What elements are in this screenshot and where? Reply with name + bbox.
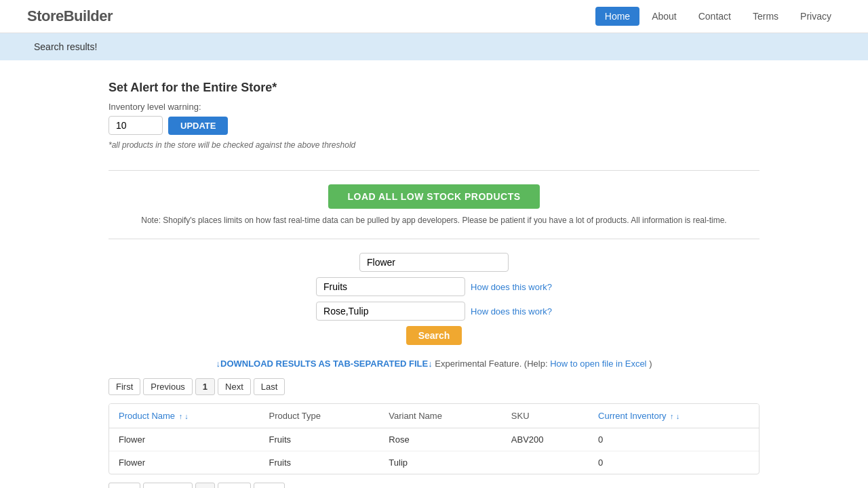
update-button[interactable]: UPDATE [168, 117, 228, 135]
col-current-inventory[interactable]: Current Inventory ↑ ↓ [589, 404, 759, 428]
table-cell-sku: ABV200 [502, 428, 589, 451]
pagination-top: First Previous 1 Next Last [108, 378, 760, 395]
pagination-bottom: First Previous 1 Next Last [108, 483, 760, 488]
col-variant-name: Variant Name [379, 404, 501, 428]
col-product-type: Product Type [260, 404, 380, 428]
search-row-2: How does this work? [316, 277, 552, 296]
load-low-stock-button[interactable]: LOAD ALL LOW STOCK PRODUCTS [328, 184, 539, 209]
download-note-end: ) [649, 359, 652, 369]
table-cell-inventory: 0 [589, 428, 759, 451]
search-product-type-input[interactable] [316, 277, 465, 296]
search-results-banner: Search results! [0, 33, 868, 60]
search-row-3: How does this work? [316, 302, 552, 321]
table-cell-variant_name: Tulip [379, 451, 501, 474]
download-section: ↓DOWNLOAD RESULTS AS TAB-SEPARATED FILE↓… [108, 359, 760, 369]
first-page-button-bottom[interactable]: First [108, 483, 140, 488]
previous-page-button-bottom[interactable]: Previous [143, 483, 193, 488]
nav-privacy[interactable]: Privacy [791, 7, 841, 26]
search-row-1 [359, 253, 509, 272]
inventory-table-container: Product Name ↑ ↓ Product Type Variant Na… [108, 403, 760, 474]
how-does-this-work-link-1[interactable]: How does this work? [471, 282, 552, 292]
nav-about[interactable]: About [642, 7, 686, 26]
how-to-open-excel-link[interactable]: How to open file in Excel [550, 359, 646, 369]
last-page-button-top[interactable]: Last [254, 378, 285, 395]
table-cell-variant_name: Rose [379, 428, 501, 451]
nav-links: Home About Contact Terms Privacy [595, 7, 841, 26]
table-row: FlowerFruitsTulip0 [109, 451, 759, 474]
search-button[interactable]: Search [406, 326, 462, 345]
navbar: StoreBuilder Home About Contact Terms Pr… [0, 0, 868, 33]
nav-contact[interactable]: Contact [689, 7, 741, 26]
table-cell-inventory: 0 [589, 451, 759, 474]
load-note: Note: Shopify's places limits on how fas… [108, 216, 760, 225]
col-sku: SKU [502, 404, 589, 428]
download-tsv-link[interactable]: ↓DOWNLOAD RESULTS AS TAB-SEPARATED FILE↓ [216, 359, 433, 369]
search-button-row: Search [406, 326, 462, 345]
col-product-name[interactable]: Product Name ↑ ↓ [109, 404, 260, 428]
divider-2 [108, 239, 760, 239]
table-cell-product_type: Fruits [260, 428, 380, 451]
nav-home[interactable]: Home [595, 7, 639, 26]
sort-arrows-inventory: ↑ ↓ [670, 412, 679, 420]
alert-section: Set Alert for the Entire Store* Inventor… [108, 81, 760, 150]
nav-terms[interactable]: Terms [743, 7, 788, 26]
table-header-row: Product Name ↑ ↓ Product Type Variant Na… [109, 404, 759, 428]
divider-1 [108, 170, 760, 171]
current-page-bottom[interactable]: 1 [195, 483, 215, 488]
table-row: FlowerFruitsRoseABV2000 [109, 428, 759, 451]
previous-page-button-top[interactable]: Previous [143, 378, 193, 395]
brand-logo: StoreBuilder [27, 7, 113, 25]
table-body: FlowerFruitsRoseABV2000FlowerFruitsTulip… [109, 428, 759, 474]
table-cell-product_name: Flower [109, 451, 260, 474]
table-cell-product_name: Flower [109, 428, 260, 451]
last-page-button-bottom[interactable]: Last [254, 483, 285, 488]
table-cell-sku [502, 451, 589, 474]
inventory-warning-input[interactable] [108, 116, 163, 135]
search-form: How does this work? How does this work? … [108, 253, 760, 345]
current-page-top[interactable]: 1 [195, 378, 215, 395]
load-section: LOAD ALL LOW STOCK PRODUCTS Note: Shopif… [108, 184, 760, 225]
first-page-button-top[interactable]: First [108, 378, 140, 395]
next-page-button-bottom[interactable]: Next [218, 483, 251, 488]
alert-label: Inventory level warning: [108, 102, 760, 112]
search-variant-input[interactable] [316, 302, 465, 321]
download-note: Experimental Feature. (Help: [435, 359, 550, 369]
sort-arrows-product-name: ↑ ↓ [179, 412, 189, 420]
search-product-name-input[interactable] [359, 253, 509, 272]
main-content: Set Alert for the Entire Store* Inventor… [0, 74, 868, 488]
alert-title: Set Alert for the Entire Store* [108, 81, 760, 95]
alert-note: *all products in the store will be check… [108, 140, 760, 150]
inventory-table: Product Name ↑ ↓ Product Type Variant Na… [109, 404, 759, 474]
table-cell-product_type: Fruits [260, 451, 380, 474]
next-page-button-top[interactable]: Next [218, 378, 251, 395]
how-does-this-work-link-2[interactable]: How does this work? [471, 306, 552, 317]
alert-row: UPDATE [108, 116, 760, 135]
